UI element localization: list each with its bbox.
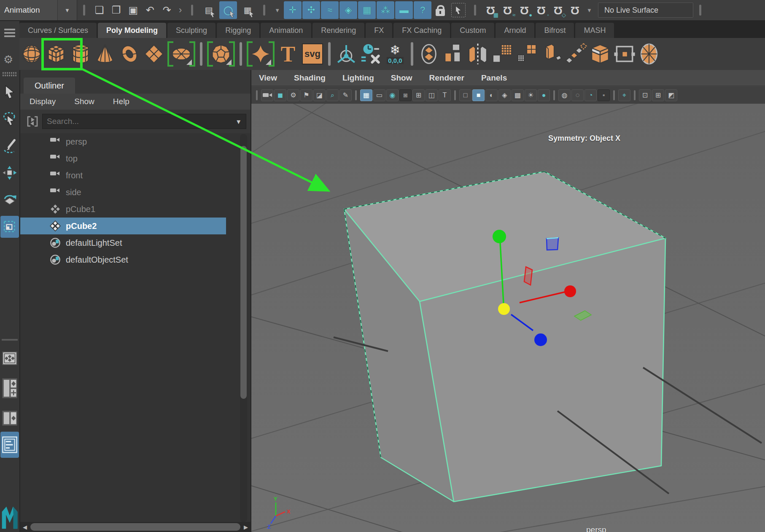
isolate-select-icon[interactable]: ⌖ [618,89,630,101]
toolbar-grip[interactable] [699,5,701,16]
shelf-tab-custom[interactable]: Custom [451,23,494,38]
anti-aliasing-icon[interactable]: ◔ [585,89,597,101]
option-box-corner[interactable] [266,59,271,65]
layout-persp-outliner-button[interactable] [0,407,19,429]
camera-attributes-icon[interactable]: ⚙ [287,89,299,101]
toolbar-grip[interactable] [613,90,615,100]
select-joints-icon[interactable]: ✣ [302,1,320,19]
viewport-menu-view[interactable]: View [259,73,277,83]
scroll-left-icon[interactable]: ◀ [20,524,30,530]
select-tool[interactable] [0,81,19,103]
outliner-item-pCube1[interactable]: pCube1 [20,201,251,218]
select-by-object-icon[interactable]: ◯ [219,1,237,19]
2d-pan-zoom-icon[interactable]: ⌕ [326,89,339,101]
toolbar-grip[interactable] [634,90,636,100]
center-pivot-button[interactable] [334,40,358,68]
toolbar-grip[interactable] [553,90,555,100]
field-chart-icon[interactable]: ⊞ [412,89,425,101]
search-input[interactable] [43,117,231,126]
image-plane-icon[interactable]: ◪ [313,89,326,101]
combine-button[interactable] [417,40,441,68]
highlight-selection-icon[interactable] [451,3,466,17]
select-surfaces-icon[interactable]: ◈ [339,1,357,19]
resolution-gate-icon[interactable]: ◉ [386,89,399,101]
film-gate-icon[interactable]: ▭ [373,89,385,101]
layout-outliner-persp-button[interactable] [0,432,19,458]
toolbar-grip[interactable] [355,90,357,100]
layout-four-view-button[interactable] [0,347,19,370]
safe-action-icon[interactable]: ◫ [426,89,438,101]
lasso-select-tool[interactable] [0,108,19,130]
select-dynamics-icon[interactable]: ⁂ [377,1,394,19]
option-box-corner[interactable] [186,59,192,65]
shelf-gear-icon[interactable]: ⚙ [3,53,13,66]
redo-icon[interactable]: ↷ [159,2,175,19]
manip-xy-plane[interactable] [547,238,558,250]
poly-torus-button[interactable] [117,40,142,68]
make-live-icon[interactable]: Ω [566,1,583,19]
viewport-menu-lighting[interactable]: Lighting [342,73,374,83]
pcube2-object[interactable] [344,172,665,502]
shelf-tab-curves-surfaces[interactable]: Curves / Surfaces [19,23,97,38]
multi-cut-button[interactable] [612,40,637,68]
outliner-menu-help[interactable]: Help [113,97,129,106]
toolbar-grip[interactable] [191,5,193,16]
select-misc-icon[interactable]: ? [414,1,431,19]
bridge-button[interactable] [563,40,588,68]
save-scene-icon[interactable]: ▣ [125,2,142,19]
svg-tool-button[interactable]: svg [300,40,325,68]
grid-icon[interactable]: ▦ [360,89,372,101]
shelf-tab-fx-caching[interactable]: FX Caching [393,23,450,38]
scrollbar-thumb[interactable] [240,146,247,399]
search-caret-icon[interactable]: ▼ [231,118,246,125]
shelf-tab-rendering[interactable]: Rendering [312,23,364,38]
open-scene-icon[interactable]: ❐ [108,2,125,19]
select-camera-icon[interactable] [261,89,273,101]
live-surface-field[interactable]: No Live Surface [598,3,693,18]
scrollbar-thumb[interactable] [30,523,240,531]
lighting-icon[interactable]: ☀ [525,89,537,101]
poly-cube-button[interactable] [44,40,68,68]
snap-to-curve-icon[interactable]: Ω≈ [499,1,516,19]
textured-mode-icon[interactable]: ◐ [485,89,498,101]
undo-icon[interactable]: ↶ [142,2,159,19]
shadows-icon[interactable]: ● [538,89,550,101]
viewport-menu-show[interactable]: Show [391,73,412,83]
outliner-item-defaultObjectSet[interactable]: defaultObjectSet [20,251,251,268]
select-deformations-icon[interactable]: ▦ [358,1,376,19]
poly-cone-button[interactable] [93,40,117,68]
bookmark-icon[interactable]: ⚑ [300,89,312,101]
snap-to-grid-icon[interactable]: Ω▦ [482,1,499,19]
wireframe-icon[interactable]: □ [459,89,471,101]
safe-title-icon[interactable]: T [439,89,451,101]
lock-selection-icon[interactable] [432,2,449,19]
reduce-button[interactable] [514,40,539,68]
toolbox-grip[interactable] [2,72,17,77]
outliner-item-pCube2[interactable]: pCube2 [20,218,226,234]
mirror-button[interactable] [466,40,490,68]
layout-persp-outliner-graph-button[interactable] [0,372,19,405]
poly-text-button[interactable]: T [276,40,300,68]
use-default-material-icon[interactable]: ▩ [512,89,524,101]
outliner-item-defaultLightSet[interactable]: defaultLightSet [20,234,251,251]
option-box-corner[interactable] [226,59,232,65]
toolbar-grip[interactable] [256,90,258,100]
motion-blur-icon[interactable]: ◌ [571,89,584,101]
shelf-tab-rigging[interactable]: Rigging [217,23,259,38]
scroll-right-icon[interactable]: ▶ [241,524,251,530]
select-rendering-icon[interactable]: ▬ [395,1,413,19]
freeze-transformations-button[interactable]: ❄0,0,0 [383,40,407,68]
rotate-tool[interactable] [0,189,19,211]
shelf-tab-mash[interactable]: MASH [575,23,614,38]
poly-plane-button[interactable] [142,40,166,68]
outliner-filter-icon[interactable] [26,115,39,128]
menu-set-dropdown[interactable]: Animation ▼ [0,0,77,20]
outliner-item-front[interactable]: front [20,167,251,184]
chevron-down-icon[interactable]: ▼ [57,0,77,20]
scale-tool[interactable] [0,216,19,238]
shaded-mode-icon[interactable]: ■ [472,89,485,101]
outliner-horizontal-scrollbar[interactable]: ◀ ▶ [20,522,251,532]
gate-mask-icon[interactable]: ◙ [399,89,412,101]
outliner-item-side[interactable]: side [20,184,251,201]
shelf-menu-icon[interactable] [4,29,15,37]
